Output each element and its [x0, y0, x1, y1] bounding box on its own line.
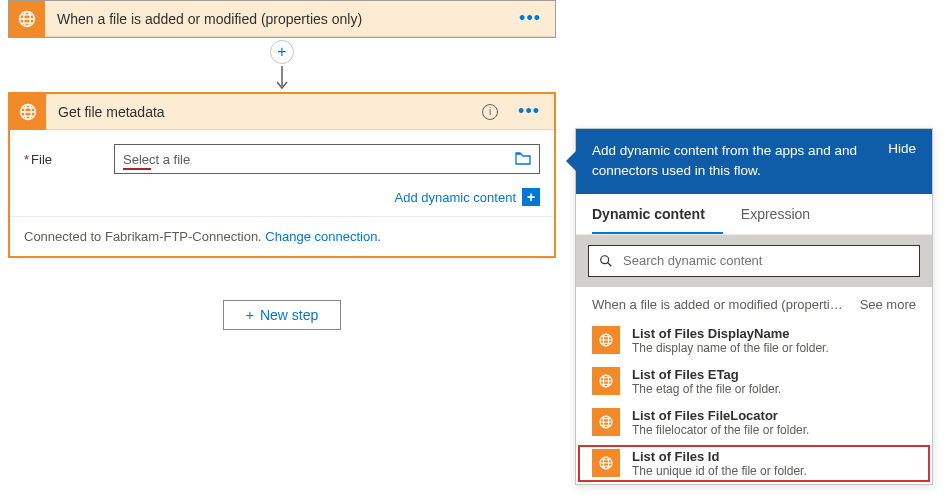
- trigger-title: When a file is added or modified (proper…: [45, 11, 505, 27]
- trigger-menu-button[interactable]: •••: [505, 8, 555, 29]
- new-step-button[interactable]: + New step: [223, 300, 342, 330]
- folder-picker-icon[interactable]: [515, 151, 531, 168]
- insert-step-button[interactable]: +: [270, 40, 294, 64]
- search-icon: [599, 254, 613, 268]
- dynamic-content-item[interactable]: List of Files Id The unique id of the fi…: [576, 443, 932, 484]
- plus-icon: +: [246, 307, 254, 323]
- action-card: Get file metadata i ••• *File Add dynami…: [8, 92, 556, 258]
- dynamic-item-title: List of Files DisplayName: [632, 326, 916, 341]
- dynamic-item-title: List of Files FileLocator: [632, 408, 916, 423]
- ftp-icon: [592, 408, 620, 436]
- ftp-icon: [10, 94, 46, 130]
- svg-point-2: [601, 255, 609, 263]
- dynamic-content-item[interactable]: List of Files FileLocator The filelocato…: [576, 402, 932, 443]
- search-input-wrap[interactable]: [588, 245, 920, 277]
- file-field-label: *File: [24, 152, 114, 167]
- dynamic-item-title: List of Files ETag: [632, 367, 916, 382]
- action-title: Get file metadata: [46, 104, 482, 120]
- see-more-link[interactable]: See more: [850, 297, 916, 312]
- dynamic-content-item[interactable]: List of Files DisplayName The display na…: [576, 320, 932, 361]
- dynamic-item-title: List of Files Id: [632, 449, 916, 464]
- ftp-icon: [592, 449, 620, 477]
- ftp-icon: [592, 326, 620, 354]
- tab-expression[interactable]: Expression: [741, 194, 828, 234]
- connection-footer: Connected to Fabrikam-FTP-Connection. Ch…: [10, 216, 554, 256]
- search-input[interactable]: [623, 253, 909, 268]
- add-dynamic-content-link[interactable]: Add dynamic content: [395, 190, 516, 205]
- dynamic-section-title: When a file is added or modified (proper…: [592, 297, 850, 312]
- connector-line: +: [8, 38, 556, 92]
- dynamic-panel-header-text: Add dynamic content from the apps and an…: [592, 141, 876, 182]
- dynamic-item-desc: The etag of the file or folder.: [632, 382, 916, 396]
- info-icon[interactable]: i: [482, 104, 498, 120]
- tab-dynamic-content[interactable]: Dynamic content: [592, 194, 723, 234]
- dynamic-content-item[interactable]: List of Files ETag The etag of the file …: [576, 361, 932, 402]
- dynamic-content-panel: Add dynamic content from the apps and an…: [575, 128, 933, 485]
- panel-callout-arrow: [566, 151, 576, 171]
- file-input[interactable]: [123, 152, 515, 167]
- dynamic-item-desc: The filelocator of the file or folder.: [632, 423, 916, 437]
- ftp-icon: [592, 367, 620, 395]
- ftp-icon: [9, 1, 45, 37]
- add-dynamic-content-button[interactable]: +: [522, 188, 540, 206]
- dynamic-item-desc: The unique id of the file or folder.: [632, 464, 916, 478]
- change-connection-link[interactable]: Change connection.: [265, 229, 381, 244]
- trigger-card[interactable]: When a file is added or modified (proper…: [8, 0, 556, 38]
- dynamic-item-desc: The display name of the file or folder.: [632, 341, 916, 355]
- action-menu-button[interactable]: •••: [504, 101, 554, 122]
- hide-panel-button[interactable]: Hide: [876, 141, 916, 156]
- spellcheck-underline: [123, 168, 151, 170]
- file-input-wrap[interactable]: [114, 144, 540, 174]
